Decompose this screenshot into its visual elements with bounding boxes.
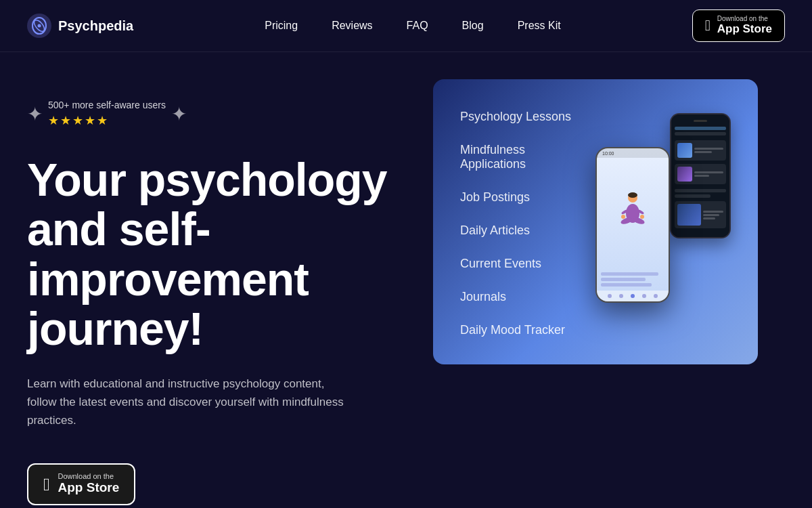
hero-app-store-button[interactable]:  Download on the App Store (27, 463, 135, 505)
svg-point-5 (628, 192, 637, 198)
hero-left: ✦ 500+ more self-aware users ★★★★★ ✦ You… (27, 93, 406, 505)
apple-icon-nav:  (705, 18, 710, 33)
app-panel: Psychology Lessons Mindfulness Applicati… (433, 79, 758, 364)
phones-area: 10:00 (595, 106, 731, 303)
laurel-left-icon: ✦ (27, 103, 43, 125)
nav-blog[interactable]: Blog (462, 20, 484, 32)
nav-app-store-button[interactable]:  Download on the App Store (692, 9, 785, 42)
hero-right: Psychology Lessons Mindfulness Applicati… (433, 79, 758, 364)
feature-current-events[interactable]: Current Events (460, 257, 575, 271)
nav-app-store-label-small: Download on the (717, 16, 772, 22)
meditation-figure-icon (616, 190, 650, 237)
star-rating: ★★★★★ (48, 113, 166, 128)
logo-icon (27, 14, 51, 38)
svg-point-11 (621, 215, 625, 219)
feature-daily-articles[interactable]: Daily Articles (460, 224, 575, 238)
nav-pricing[interactable]: Pricing (265, 20, 298, 32)
svg-point-12 (640, 215, 644, 219)
nav-app-store-label-large: App Store (717, 22, 772, 36)
feature-job-postings[interactable]: Job Postings (460, 190, 575, 205)
phone-front-mockup: 10:00 (595, 147, 670, 303)
award-badge: ✦ 500+ more self-aware users ★★★★★ ✦ (27, 100, 406, 128)
laurel-right-icon: ✦ (171, 103, 187, 125)
hero-section: ✦ 500+ more self-aware users ★★★★★ ✦ You… (0, 52, 812, 508)
apple-icon-hero:  (43, 475, 50, 493)
award-text: 500+ more self-aware users (48, 100, 166, 110)
feature-mood-tracker[interactable]: Daily Mood Tracker (460, 323, 575, 337)
nav-presskit[interactable]: Press Kit (518, 20, 561, 32)
feature-mindfulness[interactable]: Mindfulness Applications (460, 143, 575, 171)
nav-reviews[interactable]: Reviews (332, 20, 372, 32)
hero-subtitle: Learn with educational and instructive p… (27, 375, 352, 430)
nav-faq[interactable]: FAQ (407, 20, 428, 32)
hero-title: Your psychology and self-improvement jou… (27, 155, 406, 354)
phone-back-mockup (670, 113, 731, 238)
nav-links: Pricing Reviews FAQ Blog Press Kit (265, 20, 560, 32)
logo-area[interactable]: Psychpedia (27, 14, 133, 38)
hero-app-store-label-small: Download on the (58, 473, 120, 480)
feature-journals[interactable]: Journals (460, 290, 575, 304)
hero-app-store-label-large: App Store (58, 480, 120, 496)
feature-psychology-lessons[interactable]: Psychology Lessons (460, 110, 575, 124)
navbar: Psychpedia Pricing Reviews FAQ Blog Pres… (0, 0, 812, 52)
svg-point-3 (38, 24, 41, 28)
brand-name: Psychpedia (58, 18, 133, 34)
features-list: Psychology Lessons Mindfulness Applicati… (460, 106, 575, 337)
